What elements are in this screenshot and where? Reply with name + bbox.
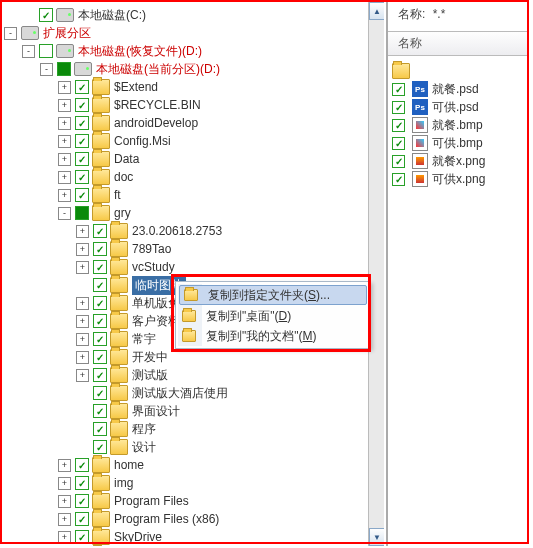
expand-toggle[interactable]: - [22, 45, 35, 58]
menu-copy-to-folder[interactable]: 复制到指定文件夹(S)... [179, 285, 367, 305]
checkbox[interactable] [93, 350, 107, 364]
folder-img[interactable]: +img [4, 474, 384, 492]
checkbox[interactable] [93, 224, 107, 238]
expand-toggle[interactable]: + [76, 261, 89, 274]
folder-gry[interactable]: -gry [4, 204, 384, 222]
expand-toggle[interactable]: + [76, 333, 89, 346]
checkbox[interactable] [392, 173, 405, 186]
folder-7[interactable]: 程序 [4, 420, 384, 438]
expand-toggle[interactable]: + [76, 243, 89, 256]
file-row[interactable]: 就餐x.png [392, 152, 525, 170]
file-row[interactable]: 就餐.bmp [392, 116, 525, 134]
checkbox[interactable] [75, 530, 89, 544]
checkbox[interactable] [75, 98, 89, 112]
folder-3[interactable]: +开发中 [4, 348, 384, 366]
checkbox[interactable] [39, 44, 53, 58]
expand-toggle[interactable]: + [58, 477, 71, 490]
folder-23.0.20618.2753[interactable]: +23.0.20618.2753 [4, 222, 384, 240]
checkbox[interactable] [392, 101, 405, 114]
checkbox[interactable] [93, 422, 107, 436]
checkbox[interactable] [75, 476, 89, 490]
folder-Program Files[interactable]: +Program Files [4, 492, 384, 510]
expand-toggle[interactable]: + [76, 297, 89, 310]
expand-toggle[interactable]: + [58, 459, 71, 472]
file-row[interactable]: Ps就餐.psd [392, 80, 525, 98]
open-folder-row[interactable] [392, 62, 525, 80]
file-row[interactable]: 可供x.png [392, 170, 525, 188]
folder-6[interactable]: 界面设计 [4, 402, 384, 420]
checkbox[interactable] [93, 440, 107, 454]
folder-$RECYCLE.BIN[interactable]: +$RECYCLE.BIN [4, 96, 384, 114]
checkbox[interactable] [93, 332, 107, 346]
checkbox[interactable] [75, 152, 89, 166]
file-row[interactable]: Ps可供.psd [392, 98, 525, 116]
checkbox[interactable] [75, 206, 89, 220]
folder-SkyDrive[interactable]: +SkyDrive [4, 528, 384, 546]
folder-home[interactable]: +home [4, 456, 384, 474]
expand-toggle[interactable]: - [58, 207, 71, 220]
expand-toggle[interactable]: + [76, 225, 89, 238]
checkbox[interactable] [75, 458, 89, 472]
drive-c[interactable]: 本地磁盘(C:) [4, 6, 384, 24]
checkbox[interactable] [75, 80, 89, 94]
expand-toggle[interactable]: - [4, 27, 17, 40]
folder-5[interactable]: 测试版大酒店使用 [4, 384, 384, 402]
folder-$Extend[interactable]: +$Extend [4, 78, 384, 96]
folder-Data[interactable]: +Data [4, 150, 384, 168]
checkbox[interactable] [392, 119, 405, 132]
checkbox[interactable] [392, 155, 405, 168]
extended-partition[interactable]: -扩展分区 [4, 24, 384, 42]
column-header-name[interactable]: 名称 [388, 31, 529, 56]
expand-toggle[interactable]: + [76, 351, 89, 364]
expand-toggle[interactable]: + [58, 153, 71, 166]
folder-Config.Msi[interactable]: +Config.Msi [4, 132, 384, 150]
checkbox[interactable] [93, 404, 107, 418]
checkbox[interactable] [93, 386, 107, 400]
checkbox[interactable] [93, 260, 107, 274]
checkbox[interactable] [93, 296, 107, 310]
checkbox[interactable] [75, 494, 89, 508]
menu-copy-to-desktop[interactable]: 复制到"桌面"(D) [178, 306, 368, 326]
drive-current[interactable]: -本地磁盘(当前分区)(D:) [4, 60, 384, 78]
expand-toggle[interactable]: + [58, 99, 71, 112]
folder-789Tao[interactable]: +789Tao [4, 240, 384, 258]
folder-icon [92, 475, 110, 491]
drive-recovery[interactable]: -本地磁盘(恢复文件)(D:) [4, 42, 384, 60]
expand-toggle[interactable]: - [40, 63, 53, 76]
name-filter-value[interactable]: *.* [433, 7, 446, 21]
checkbox[interactable] [392, 137, 405, 150]
folder-doc[interactable]: +doc [4, 168, 384, 186]
expand-toggle[interactable]: + [58, 117, 71, 130]
checkbox[interactable] [39, 8, 53, 22]
folder-4[interactable]: +测试版 [4, 366, 384, 384]
expand-toggle[interactable]: + [58, 495, 71, 508]
checkbox[interactable] [75, 116, 89, 130]
tree-label: img [114, 476, 133, 490]
folder-Program Files (x86)[interactable]: +Program Files (x86) [4, 510, 384, 528]
checkbox[interactable] [57, 62, 71, 76]
checkbox[interactable] [75, 170, 89, 184]
checkbox[interactable] [75, 188, 89, 202]
expand-toggle[interactable]: + [58, 171, 71, 184]
folder-vcStudy[interactable]: +vcStudy [4, 258, 384, 276]
menu-copy-to-documents[interactable]: 复制到"我的文档"(M) [178, 326, 368, 346]
checkbox[interactable] [75, 134, 89, 148]
tree-label: vcStudy [132, 260, 175, 274]
file-row[interactable]: 可供.bmp [392, 134, 525, 152]
folder-ft[interactable]: +ft [4, 186, 384, 204]
checkbox[interactable] [75, 512, 89, 526]
expand-toggle[interactable]: + [58, 135, 71, 148]
checkbox[interactable] [93, 278, 107, 292]
expand-toggle[interactable]: + [58, 81, 71, 94]
checkbox[interactable] [392, 83, 405, 96]
expand-toggle[interactable]: + [58, 531, 71, 544]
checkbox[interactable] [93, 368, 107, 382]
expand-toggle[interactable]: + [58, 513, 71, 526]
folder-androidDevelop[interactable]: +androidDevelop [4, 114, 384, 132]
folder-8[interactable]: 设计 [4, 438, 384, 456]
expand-toggle[interactable]: + [58, 189, 71, 202]
checkbox[interactable] [93, 242, 107, 256]
checkbox[interactable] [93, 314, 107, 328]
expand-toggle[interactable]: + [76, 315, 89, 328]
expand-toggle[interactable]: + [76, 369, 89, 382]
